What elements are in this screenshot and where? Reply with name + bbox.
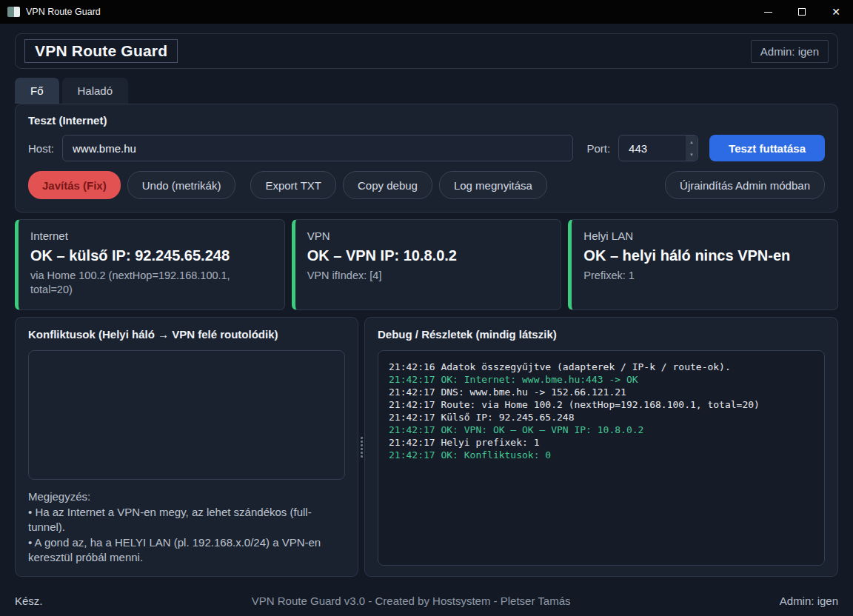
log-line: 21:42:17 Külső IP: 92.245.65.248 xyxy=(389,411,814,424)
minimize-icon xyxy=(764,12,772,13)
footer-admin: Admin: igen xyxy=(780,595,838,607)
test-section-title: Teszt (Internet) xyxy=(28,114,825,127)
status-card-value: OK – külső IP: 92.245.65.248 xyxy=(30,247,272,264)
host-label: Host: xyxy=(28,142,54,155)
window-title: VPN Route Guard xyxy=(26,7,101,17)
tab-halado[interactable]: Haladó xyxy=(62,78,129,104)
splitter-grip-icon xyxy=(361,437,363,458)
test-section: Teszt (Internet) Host: Port: ▲ ▼ Teszt f… xyxy=(15,104,838,212)
status-cards: Internet OK – külső IP: 92.245.65.248 vi… xyxy=(15,219,838,310)
maximize-button[interactable] xyxy=(785,0,819,24)
undo-button[interactable]: Undo (metrikák) xyxy=(127,171,236,199)
status-card-vpn: VPN OK – VPN IP: 10.8.0.2 VPN ifIndex: [… xyxy=(292,219,562,310)
log-line: 21:42:17 OK: Konfliktusok: 0 xyxy=(389,449,814,461)
log-line: 21:42:16 Adatok összegyűjtve (adapterek … xyxy=(389,361,814,373)
debug-title: Debug / Részletek (mindig látszik) xyxy=(378,328,825,341)
status-card-value: OK – VPN IP: 10.8.0.2 xyxy=(307,247,549,264)
status-card-lan: Helyi LAN OK – helyi háló nincs VPN-en P… xyxy=(568,219,838,310)
close-icon: ✕ xyxy=(832,7,840,17)
page-title: VPN Route Guard xyxy=(24,39,178,63)
log-line: 21:42:17 Helyi prefixek: 1 xyxy=(389,436,814,449)
log-line: 21:42:17 OK: Internet: www.bme.hu:443 ->… xyxy=(389,373,814,386)
debug-log[interactable]: 21:42:16 Adatok összegyűjtve (adapterek … xyxy=(378,350,825,566)
host-input[interactable] xyxy=(62,135,573,161)
port-label: Port: xyxy=(586,142,610,155)
tab-bar: Fő Haladó xyxy=(15,78,838,104)
status-card-title: VPN xyxy=(307,230,549,242)
status-bar: Kész. VPN Route Guard v3.0 - Created by … xyxy=(15,586,838,615)
note-line: • Ha az Internet a VPN-en megy, az lehet… xyxy=(28,505,345,535)
maximize-icon xyxy=(798,8,806,16)
port-spin-down-button[interactable]: ▼ xyxy=(686,148,698,161)
minimize-button[interactable] xyxy=(751,0,785,24)
status-card-title: Internet xyxy=(30,230,272,242)
admin-badge: Admin: igen xyxy=(751,40,829,63)
status-card-title: Helyi LAN xyxy=(583,230,826,242)
log-line: 21:42:17 Route: via Home 100.2 (nextHop=… xyxy=(389,398,814,411)
footer-status: Kész. xyxy=(15,595,43,607)
window-titlebar: VPN Route Guard ✕ xyxy=(0,0,853,24)
restart-admin-button[interactable]: Újraindítás Admin módban xyxy=(665,171,825,199)
conflicts-panel: Konfliktusok (Helyi háló → VPN felé rout… xyxy=(15,317,358,577)
status-card-value: OK – helyi háló nincs VPN-en xyxy=(583,247,826,264)
conflicts-list[interactable] xyxy=(28,350,345,480)
export-txt-button[interactable]: Export TXT xyxy=(250,171,336,199)
note-line: Megjegyzés: xyxy=(28,489,345,505)
debug-panel: Debug / Részletek (mindig látszik) 21:42… xyxy=(364,317,838,577)
conflicts-notes: Megjegyzés:• Ha az Internet a VPN-en meg… xyxy=(28,489,345,566)
status-card-detail: VPN ifIndex: [4] xyxy=(307,269,549,283)
conflicts-title: Konfliktusok (Helyi háló → VPN felé rout… xyxy=(28,328,345,341)
header: VPN Route Guard Admin: igen xyxy=(15,33,838,69)
status-card-internet: Internet OK – külső IP: 92.245.65.248 vi… xyxy=(15,219,285,310)
footer-credits: VPN Route Guard v3.0 - Created by Hostsy… xyxy=(43,595,780,607)
open-log-button[interactable]: Log megnyitása xyxy=(439,171,547,199)
close-button[interactable]: ✕ xyxy=(819,0,853,24)
port-spin-up-button[interactable]: ▲ xyxy=(686,135,698,148)
log-line: 21:42:17 DNS: www.bme.hu -> 152.66.121.2… xyxy=(389,386,814,398)
note-line: • A gond az, ha a HELYI LAN (pl. 192.168… xyxy=(28,535,345,566)
copy-debug-button[interactable]: Copy debug xyxy=(343,171,432,199)
status-card-detail: via Home 100.2 (nextHop=192.168.100.1, t… xyxy=(30,269,272,297)
status-card-detail: Prefixek: 1 xyxy=(583,269,826,283)
run-test-button[interactable]: Teszt futtatása xyxy=(709,135,825,161)
panel-splitter[interactable] xyxy=(358,317,364,577)
fix-button[interactable]: Javítás (Fix) xyxy=(28,171,121,199)
app-icon xyxy=(7,7,20,17)
log-line: 21:42:17 OK: VPN: OK – OK – VPN IP: 10.8… xyxy=(389,424,814,436)
port-spinner: ▲ ▼ xyxy=(686,135,698,161)
tab-fo[interactable]: Fő xyxy=(15,78,59,104)
